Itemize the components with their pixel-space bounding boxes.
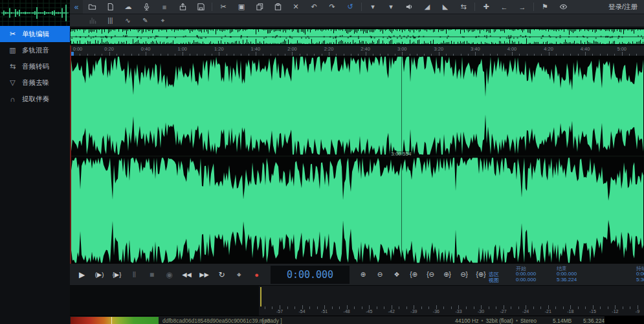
panel-value[interactable]: 5:36.224 (557, 277, 577, 283)
panel-value[interactable]: 5:36.224 (636, 277, 644, 283)
save-icon[interactable] (192, 0, 210, 14)
repeat-button[interactable]: ↻ (213, 268, 230, 282)
sidebar-collapse-button[interactable]: « (70, 0, 83, 14)
open-file-icon[interactable] (83, 0, 101, 14)
transport-bar: ▶(▶){▶}Ⅱ■◉◀◀▶▶↻⌖● 0:00.000 ⊕⊖❖{⊕{⊖⊕}⊖}{⊕… (70, 264, 644, 286)
forward-button[interactable]: ▶▶ (195, 268, 213, 282)
waveform-stats-icon[interactable] (84, 15, 102, 27)
zoom-sel-start-in-button[interactable]: {⊕ (405, 268, 422, 282)
zoom-out-button[interactable]: ⊖ (372, 268, 388, 282)
rewind-button[interactable]: ◀◀ (178, 268, 195, 282)
options-dropdown-icon[interactable]: ▾ (382, 0, 400, 14)
play-selection-button[interactable]: (▶) (91, 268, 108, 282)
volume-icon[interactable] (400, 0, 418, 14)
undo-icon[interactable]: ↶ (305, 0, 323, 14)
selection-flag-icon[interactable]: ⚑ (536, 0, 554, 14)
move-icon[interactable]: ✚ (477, 0, 495, 14)
db-minor-tick (578, 307, 579, 309)
cursor-tool-icon[interactable]: ⌖ (154, 15, 172, 27)
db-minor-tick (443, 307, 444, 309)
play-button[interactable]: ▶ (73, 268, 91, 282)
toolbar-separator (474, 3, 475, 11)
ruler-time-label: 2:40 (361, 46, 370, 52)
bullet-separator: • (513, 318, 520, 324)
current-time-display[interactable]: 0:00.000 (271, 266, 350, 284)
visibility-eye-icon[interactable] (554, 0, 572, 14)
db-minor-tick (555, 307, 556, 309)
task-list-icon[interactable]: ≡ (155, 0, 173, 14)
status-file-size: 5.14MB (553, 318, 572, 324)
db-label: -9 (636, 309, 639, 314)
sidebar-item-multi-track-mix[interactable]: ▥多轨混音 (0, 42, 70, 58)
level-meter-gradient (71, 317, 159, 324)
copy-icon[interactable] (250, 0, 269, 14)
playback-dropdown-icon[interactable]: ▾ (364, 0, 382, 14)
paste-icon[interactable] (269, 0, 287, 14)
db-minor-tick (406, 307, 407, 309)
db-minor-tick (362, 307, 362, 309)
cloud-download-icon[interactable]: ☁ (119, 0, 137, 14)
zoom-in-button[interactable]: ⊕ (355, 268, 372, 282)
overview-minimap[interactable] (71, 28, 644, 45)
panel-value[interactable]: 0:00.000 (636, 271, 644, 277)
sidebar-item-audio-transcode[interactable]: ⇆音频转码 (0, 58, 70, 75)
main-toolbar: « ☁≡✂▣✕↶↷↺▾▾◢◣⇆✚←→⚑ 登录/注册 (70, 0, 644, 14)
db-label: -30 (478, 309, 484, 314)
record-audio-icon[interactable] (137, 0, 155, 14)
meter-section: -57-54-51-48-45-42-39-36-33-30-27-24-21-… (70, 286, 644, 316)
db-minor-tick (377, 307, 377, 309)
export-icon[interactable] (173, 0, 192, 14)
playhead-cursor[interactable] (401, 56, 402, 264)
ruler-time-label: 3:00 (397, 46, 407, 52)
trim-icon[interactable]: ▣ (232, 0, 250, 14)
zoom-fit-button[interactable]: ❖ (388, 268, 405, 282)
panel-value[interactable]: 0:00.000 (516, 277, 536, 283)
sidebar-item-label: 音频转码 (22, 62, 49, 71)
pause-button[interactable]: Ⅱ (126, 268, 143, 282)
follow-playhead-button[interactable]: ⌖ (230, 268, 248, 282)
nudge-left-icon[interactable]: ← (495, 0, 513, 14)
stop-button[interactable]: ■ (143, 268, 161, 282)
record-standby-button[interactable]: ◉ (161, 268, 178, 282)
new-file-icon[interactable] (101, 0, 119, 14)
panel-value[interactable]: 0:00.000 (557, 271, 577, 277)
zoom-sel-start-out-button[interactable]: {⊖ (422, 268, 439, 282)
db-label: -45 (366, 309, 372, 314)
record-button[interactable]: ● (248, 268, 265, 282)
swap-channels-icon[interactable]: ⇆ (454, 0, 472, 14)
spectrum-view-icon[interactable]: ∿ (119, 15, 137, 27)
app-logo (0, 0, 70, 26)
play-loop-button[interactable]: {▶} (108, 268, 126, 282)
fade-in-icon[interactable]: ◢ (418, 0, 436, 14)
delete-icon[interactable]: ✕ (287, 0, 305, 14)
db-minor-tick (399, 307, 399, 309)
playhead-time-label: 3:00.554 (389, 151, 413, 157)
zoom-sel-end-out-button[interactable]: ⊖} (456, 268, 472, 282)
draw-tool-icon[interactable]: ✎ (137, 15, 154, 27)
login-register-link[interactable]: 登录/注册 (608, 3, 638, 12)
db-minor-tick (585, 307, 586, 309)
track-view-icon[interactable]: ||| (102, 15, 119, 27)
panel-value[interactable]: 0:00.000 (516, 271, 536, 277)
redo-icon[interactable]: ↷ (323, 0, 341, 14)
db-minor-tick (466, 307, 467, 309)
db-minor-tick (339, 307, 340, 309)
waveform-canvas[interactable] (70, 56, 644, 264)
fade-out-icon[interactable]: ◣ (436, 0, 454, 14)
db-minor-tick (630, 307, 630, 309)
history-icon[interactable]: ↺ (341, 0, 359, 14)
logo-waveform-graphic (0, 0, 70, 26)
db-label: -21 (545, 309, 551, 314)
zoom-sel-end-in-button[interactable]: ⊕} (439, 268, 456, 282)
toolbar-separator (212, 3, 212, 11)
db-label: -15 (590, 309, 596, 314)
timeline-ruler[interactable]: 0:000:200:401:001:201:402:002:202:403:00… (70, 45, 644, 56)
nudge-right-icon[interactable]: → (513, 0, 531, 14)
sidebar-item-extract-accompaniment[interactable]: ∩提取伴奏 (0, 91, 70, 107)
db-label: -39 (410, 309, 417, 314)
db-minor-tick (265, 307, 265, 309)
cut-icon[interactable]: ✂ (214, 0, 232, 14)
sidebar-item-single-track-edit[interactable]: ✂单轨编辑 (0, 26, 70, 42)
toolbar-separator (533, 3, 534, 11)
sidebar-item-audio-denoise[interactable]: ▽音频去噪 (0, 75, 70, 91)
